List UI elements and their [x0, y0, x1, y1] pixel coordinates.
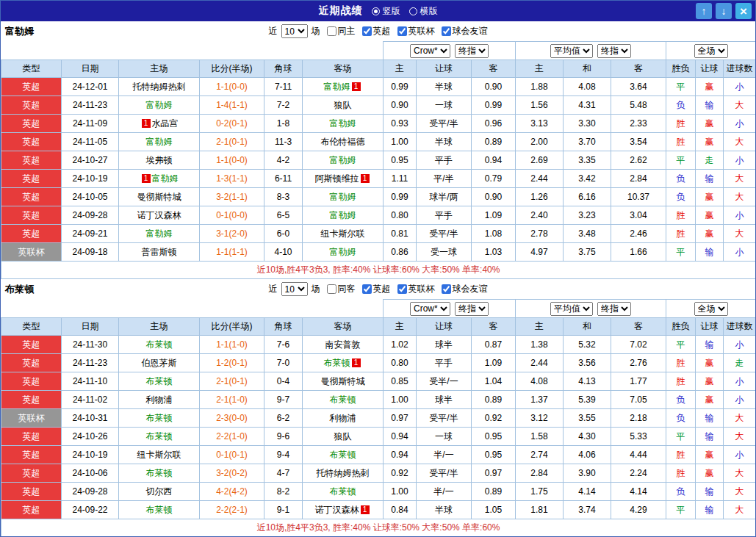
score-cell: 2-2(2-1): [200, 501, 264, 519]
games-label: 场: [312, 25, 320, 37]
match-count-select[interactable]: 10: [281, 282, 308, 296]
scope-select[interactable]: 全场: [694, 302, 728, 316]
league-filter-checkbox-3[interactable]: 球会友谊: [442, 25, 488, 37]
home-team-cell: 曼彻斯特城: [119, 188, 200, 206]
column-header: 让球: [696, 318, 724, 336]
europe-time-select[interactable]: 终指: [597, 44, 631, 58]
match-count-select[interactable]: 10: [281, 24, 308, 38]
match-result-cell: 负: [666, 409, 696, 428]
asia-away-odds-cell: 1.03: [472, 243, 516, 262]
europe-odds-select-group: 平均值终指: [516, 300, 666, 318]
asia-handicap-cell: 受一球: [417, 243, 472, 262]
goals-result-cell: 大: [724, 225, 756, 243]
league-filter-checkbox-2[interactable]: 英联杯: [397, 283, 435, 295]
league-type-cell: 英超: [1, 428, 62, 446]
radio-selected-icon: [372, 7, 380, 15]
away-team-cell: 富勒姆: [303, 206, 384, 225]
asia-away-odds-cell: 0.89: [472, 483, 516, 501]
corners-cell: 6-2: [264, 409, 303, 428]
home-team-cell: 富勒姆: [119, 133, 200, 151]
column-header: 主: [384, 60, 417, 78]
scroll-up-button[interactable]: ↑: [696, 3, 712, 19]
home-team-cell: 托特纳姆热刺: [119, 78, 200, 96]
league-filter-checkbox-1[interactable]: 英超: [362, 25, 391, 37]
asia-away-odds-cell: 0.94: [472, 151, 516, 170]
match-result-cell: 负: [666, 170, 696, 188]
date-cell: 24-09-18: [62, 243, 119, 262]
asia-time-select[interactable]: 终指: [455, 302, 489, 316]
match-row: 英超24-10-26布莱顿2-2(1-0)9-6狼队0.94一球0.951.58…: [1, 428, 756, 446]
home-team-cell: 1水晶宫: [119, 115, 200, 133]
score-cell: 1-1(0-0): [200, 151, 264, 170]
close-button[interactable]: ×: [735, 3, 752, 19]
europe-time-select[interactable]: 终指: [597, 302, 631, 316]
asia-home-odds-cell: 0.93: [384, 115, 417, 133]
europe-draw-odds-cell: 3.55: [564, 409, 611, 428]
asia-away-odds-cell: 0.79: [472, 170, 516, 188]
team-label: 富勒姆: [330, 155, 356, 165]
europe-away-odds-cell: 5.33: [611, 428, 666, 446]
score-cell: 1-4(1-1): [200, 96, 264, 115]
league-filter-checkbox-1[interactable]: 英超: [362, 283, 391, 295]
date-cell: 24-10-19: [62, 170, 119, 188]
match-row: 英超24-11-10布莱顿2-1(0-1)0-4曼彻斯特城0.85受半/一1.0…: [1, 372, 756, 391]
column-header: 比分(半场): [200, 60, 264, 78]
match-row: 英超24-10-05曼彻斯特城3-2(1-1)8-3富勒姆0.99球半/两0.9…: [1, 188, 756, 206]
away-team-cell: 富勒姆: [303, 151, 384, 170]
match-result-cell: 负: [666, 483, 696, 501]
europe-home-odds-cell: 1.56: [516, 96, 564, 115]
score-cell: 0-2(0-1): [200, 115, 264, 133]
same-venue-checkbox[interactable]: 同主: [327, 25, 356, 37]
same-venue-checkbox[interactable]: 同客: [327, 283, 356, 295]
europe-away-odds-cell: 5.48: [611, 96, 666, 115]
asia-away-odds-cell: 1.05: [472, 501, 516, 519]
match-result-cell: 平: [666, 428, 696, 446]
team-label: 富勒姆: [146, 100, 173, 110]
corners-cell: 7-2: [264, 96, 303, 115]
down-arrow-icon: ↓: [721, 6, 727, 16]
league-filter-checkbox-3[interactable]: 球会友谊: [442, 283, 488, 295]
layout-radio-vertical[interactable]: 竖版: [372, 5, 400, 18]
league-filter-checkbox-2[interactable]: 英联杯: [397, 25, 435, 37]
results-table: Crow*终指平均值终指全场类型日期主场比分(半场)角球客场主让球客主和客胜负让…: [1, 299, 756, 537]
corners-cell: 6-0: [264, 225, 303, 243]
team-label: 狼队: [334, 100, 352, 110]
europe-average-select[interactable]: 平均值: [550, 302, 593, 316]
scope-select[interactable]: 全场: [694, 44, 728, 58]
scroll-down-button[interactable]: ↓: [716, 3, 732, 19]
team-label: 水晶宫: [152, 118, 179, 129]
home-team-cell: 诺丁汉森林: [119, 206, 200, 225]
bookmaker-select[interactable]: Crow*: [410, 44, 450, 58]
europe-home-odds-cell: 2.40: [516, 206, 564, 225]
team-label: 富勒姆: [146, 137, 173, 147]
team-label: 富勒姆: [330, 247, 356, 257]
europe-home-odds-cell: 1.58: [516, 428, 564, 446]
layout-radio-horizontal[interactable]: 横版: [409, 5, 438, 18]
red-card-badge: 1: [361, 505, 370, 514]
match-row: 英超24-11-30布莱顿1-1(1-0)7-6南安普敦1.02球半0.871.…: [1, 336, 756, 354]
team-label: 布莱顿: [146, 376, 173, 386]
europe-draw-odds-cell: 3.48: [564, 225, 611, 243]
bookmaker-select[interactable]: Crow*: [410, 302, 450, 316]
asia-handicap-cell: 受半/一: [417, 372, 472, 391]
match-result-cell: 胜: [666, 206, 696, 225]
asia-time-select[interactable]: 终指: [455, 44, 489, 58]
league-filter-label: 英超: [373, 283, 391, 295]
asia-handicap-cell: 一球: [417, 96, 472, 115]
summary-row: 近10场,胜4平3负3, 胜率:40% 让球率:50% 大率:50% 单率:60…: [1, 519, 756, 537]
away-team-cell: 富勒姆: [303, 243, 384, 262]
column-header: 进球数: [724, 318, 756, 336]
goals-result-cell: 大: [724, 170, 756, 188]
match-row: 英超24-11-02利物浦2-1(1-0)9-7布莱顿1.00球半0.891.3…: [1, 391, 756, 409]
europe-away-odds-cell: 2.76: [611, 354, 666, 372]
away-team-cell: 纽卡斯尔联: [303, 225, 384, 243]
europe-draw-odds-cell: 4.06: [564, 446, 611, 464]
topbar-buttons: ↑ ↓ ×: [696, 3, 752, 19]
europe-draw-odds-cell: 3.35: [564, 151, 611, 170]
europe-average-select[interactable]: 平均值: [550, 44, 593, 58]
column-header: 比分(半场): [200, 318, 264, 336]
match-row: 英联杯24-09-18普雷斯顿1-1(1-1)4-10富勒姆0.86受一球1.0…: [1, 243, 756, 262]
date-cell: 24-11-10: [62, 372, 119, 391]
team-label: 南安普敦: [325, 339, 361, 350]
europe-away-odds-cell: 7.05: [611, 391, 666, 409]
